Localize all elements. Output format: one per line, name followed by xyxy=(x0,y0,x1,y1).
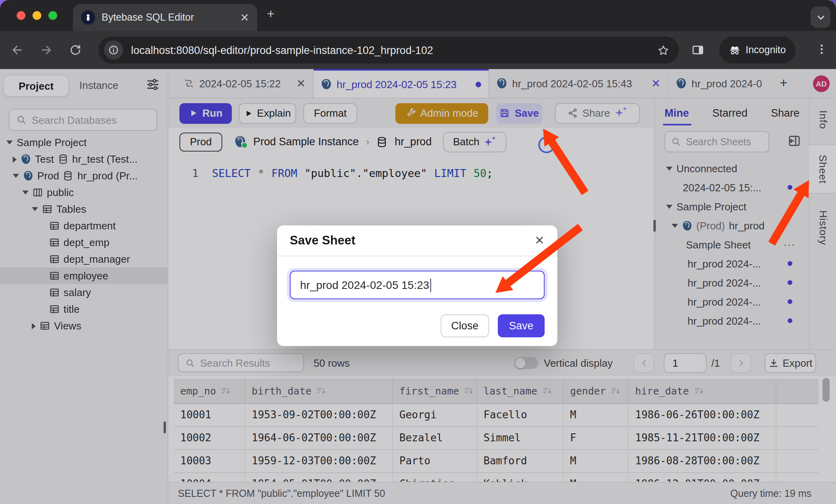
cell[interactable]: 10002 xyxy=(174,426,245,449)
admin-mode-button[interactable]: Admin mode xyxy=(395,103,488,123)
sheet-group-project[interactable]: Sample Project xyxy=(655,197,810,216)
tree-item-table-dept-emp[interactable]: dept_emp xyxy=(0,234,168,251)
table-row-clipped[interactable]: 100041954-05-01T00:00:00ZChirstianKoblic… xyxy=(174,472,819,483)
browser-tab[interactable]: Bytebase SQL Editor ✕ xyxy=(73,4,257,31)
modal-close-button[interactable]: Close xyxy=(441,314,489,337)
back-icon[interactable] xyxy=(11,44,24,56)
caret-down-icon[interactable] xyxy=(666,204,672,208)
tab-project[interactable]: Project xyxy=(3,75,69,97)
cell[interactable]: 10001 xyxy=(174,403,245,426)
cell[interactable]: Parto xyxy=(393,449,477,472)
sql-code-line[interactable]: 1 SELECT * FROM "public"."employee" LIMI… xyxy=(168,167,654,179)
cell[interactable]: Koblick xyxy=(477,472,564,483)
table-scrollbar-thumb[interactable] xyxy=(823,378,830,402)
editor-tab-4[interactable]: hr_prod 2024-0 xyxy=(668,69,778,98)
caret-down-icon[interactable] xyxy=(13,174,19,178)
column-header[interactable]: first_name xyxy=(393,379,477,403)
tree-item-views-group[interactable]: Views xyxy=(0,317,168,334)
close-tab-icon[interactable]: ✕ xyxy=(297,77,306,90)
sheet-name-input[interactable]: hr_prod 2024-02-05 15:23 xyxy=(290,271,545,299)
next-page-button[interactable] xyxy=(730,353,751,373)
caret-down-icon[interactable] xyxy=(22,190,29,194)
rail-tab-sheet-active[interactable]: Sheet xyxy=(809,144,836,194)
cell[interactable]: 1954-05-01T00:00:00Z xyxy=(245,472,393,483)
database-search-input[interactable]: Search Databases xyxy=(9,109,157,131)
results-search-input[interactable]: Search Results xyxy=(178,353,304,372)
tree-item-prod-db[interactable]: Prodhr_prod (Pr... xyxy=(0,167,168,184)
column-header[interactable]: hire_date xyxy=(629,379,776,403)
instance-name[interactable]: Prod Sample Instance xyxy=(253,136,359,148)
sort-icon[interactable] xyxy=(542,386,552,396)
column-header[interactable]: birth_date xyxy=(245,379,393,403)
environment-chip[interactable]: Prod xyxy=(179,132,222,151)
collapse-panel-icon[interactable] xyxy=(788,134,801,148)
reload-icon[interactable] xyxy=(69,44,82,56)
tab-share[interactable]: Share xyxy=(771,107,799,119)
caret-down-icon[interactable] xyxy=(6,140,13,144)
cell[interactable]: 1953-09-02T00:00:00Z xyxy=(245,403,393,426)
cell[interactable]: 1986-08-28T00:00:00Z xyxy=(629,449,776,472)
browser-tab-close-icon[interactable]: ✕ xyxy=(240,11,249,24)
tree-item-tables-group[interactable]: Tables xyxy=(0,201,168,217)
editor-tab-2-active[interactable]: hr_prod 2024-02-05 15:23 xyxy=(314,69,489,98)
explain-button[interactable]: Explain xyxy=(239,103,296,123)
page-number-input[interactable]: 1 xyxy=(664,353,707,373)
cell[interactable]: 1959-12-03T00:00:00Z xyxy=(245,449,393,472)
sheet-item-1[interactable]: hr_prod 2024-... xyxy=(655,254,810,273)
column-header[interactable]: last_name xyxy=(477,379,564,403)
sheet-item-2[interactable]: hr_prod 2024-... xyxy=(655,273,810,292)
more-actions-icon[interactable]: ··· xyxy=(784,239,796,250)
cell[interactable]: 10004 xyxy=(174,472,245,483)
database-name[interactable]: hr_prod xyxy=(395,136,431,148)
tab-instance[interactable]: Instance xyxy=(79,79,118,91)
tab-search-button[interactable] xyxy=(811,6,830,28)
side-panel-icon[interactable] xyxy=(692,44,704,56)
close-tab-icon[interactable]: ✕ xyxy=(651,77,661,90)
cell[interactable]: Bezalel xyxy=(393,426,477,449)
sheet-item-4[interactable]: hr_prod 2024-... xyxy=(655,311,810,330)
sidebar-resize-handle[interactable] xyxy=(164,421,166,433)
column-header[interactable]: gender xyxy=(564,379,629,403)
cell[interactable]: Bamford xyxy=(477,449,564,472)
share-button[interactable]: Share xyxy=(555,103,640,123)
table-row[interactable]: 100021964-06-02T00:00:00ZBezalelSimmelF1… xyxy=(174,426,819,450)
modal-save-button[interactable]: Save xyxy=(498,314,545,337)
rail-tab-history[interactable]: History xyxy=(810,203,836,252)
cell[interactable]: M xyxy=(564,449,629,472)
table-row[interactable]: 100031959-12-03T00:00:00ZPartoBamfordM19… xyxy=(174,449,819,473)
window-minimize-button[interactable] xyxy=(33,11,41,20)
caret-right-icon[interactable] xyxy=(32,323,36,329)
sort-icon[interactable] xyxy=(464,386,474,396)
cell[interactable]: Facello xyxy=(477,403,564,426)
sheet-item-unconnected[interactable]: 2024-02-05 15:... xyxy=(655,178,810,197)
cell[interactable]: 1985-11-21T00:00:00Z xyxy=(629,426,776,449)
prev-page-button[interactable] xyxy=(634,353,654,373)
sort-icon[interactable] xyxy=(693,386,704,396)
sheet-group-database[interactable]: (Prod)hr_prod xyxy=(655,216,810,235)
export-button[interactable]: Export xyxy=(765,353,816,373)
editor-tab-1[interactable]: 2024-02-05 15:22 ✕ xyxy=(176,69,314,98)
sheet-group-unconnected[interactable]: Unconnected xyxy=(655,159,810,178)
save-button[interactable]: Save xyxy=(496,103,542,123)
caret-down-icon[interactable] xyxy=(672,223,678,227)
run-button[interactable]: Run xyxy=(179,103,232,123)
browser-menu-icon[interactable] xyxy=(815,43,828,56)
sort-icon[interactable] xyxy=(221,386,231,396)
tab-mine[interactable]: Mine xyxy=(665,107,689,119)
table-row[interactable]: 100011953-09-02T00:00:00ZGeorgiFacelloM1… xyxy=(174,403,819,427)
column-header[interactable]: emp_no xyxy=(174,379,245,403)
sheet-item-3[interactable]: hr_prod 2024-... xyxy=(655,292,810,311)
editor-tab-3[interactable]: hr_prod 2024-02-05 15:43 ✕ xyxy=(489,69,668,98)
tree-item-table-department[interactable]: department xyxy=(0,217,168,234)
tree-item-schema-public[interactable]: public xyxy=(0,184,168,201)
cell[interactable]: F xyxy=(564,426,629,449)
cell[interactable]: 1964-06-02T00:00:00Z xyxy=(245,426,393,449)
filter-tune-icon[interactable] xyxy=(146,78,160,91)
cell[interactable]: 10003 xyxy=(174,449,245,472)
modal-close-icon[interactable]: ✕ xyxy=(535,233,545,248)
tree-item-table-title[interactable]: title xyxy=(0,301,168,317)
sheet-item-sample[interactable]: Sample Sheet··· xyxy=(655,235,810,254)
tab-starred[interactable]: Starred xyxy=(712,107,747,119)
tree-item-test-db[interactable]: Testhr_test (Test... xyxy=(0,151,168,167)
vertical-display-toggle[interactable] xyxy=(514,357,538,369)
